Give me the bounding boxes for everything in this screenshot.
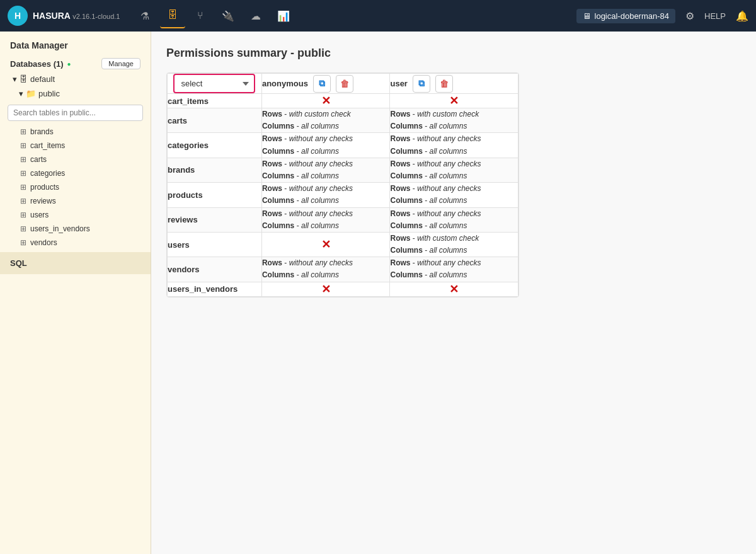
user-copy-button[interactable]: ⧉ bbox=[413, 75, 430, 93]
sidebar-item-users-in-vendors[interactable]: ⊞ users_in_vendors bbox=[0, 222, 151, 236]
sidebar-item-categories[interactable]: ⊞ categories bbox=[0, 166, 151, 180]
table-name-users_in_vendors: users_in_vendors bbox=[168, 282, 262, 296]
table-icon-cart-items: ⊞ bbox=[20, 141, 26, 150]
no-permission-icon: ✕ bbox=[390, 94, 518, 108]
nav-icon-chart[interactable]: 📊 bbox=[271, 3, 296, 28]
permission-details: Rows - without any checksColumns - all c… bbox=[262, 133, 390, 157]
cols-value: all columns bbox=[301, 171, 339, 180]
manage-button[interactable]: Manage bbox=[101, 58, 140, 69]
permission-details: Rows - without any checksColumns - all c… bbox=[390, 158, 518, 182]
sidebar-item-carts[interactable]: ⊞ carts bbox=[0, 153, 151, 166]
hasura-logo: H bbox=[8, 6, 28, 26]
cols-label: Columns bbox=[262, 196, 294, 205]
app-name-version: HASURA v2.16.1-cloud.1 bbox=[33, 11, 120, 21]
table-name-categories: categories bbox=[168, 133, 262, 158]
nav-icon-graph[interactable]: ⑂ bbox=[188, 3, 213, 28]
cols-value: all columns bbox=[429, 147, 467, 156]
no-permission-icon: ✕ bbox=[262, 282, 390, 296]
sidebar-item-reviews[interactable]: ⊞ reviews bbox=[0, 194, 151, 208]
rows-label: Rows bbox=[390, 134, 410, 143]
sidebar-item-products[interactable]: ⊞ products bbox=[0, 180, 151, 194]
sidebar-item-public[interactable]: ▾ 📁 public bbox=[0, 86, 151, 101]
databases-label: Databases (1) ● bbox=[10, 59, 71, 69]
sidebar-item-users[interactable]: ⊞ users bbox=[0, 208, 151, 222]
cols-value: all columns bbox=[429, 270, 467, 279]
table-icon-carts: ⊞ bbox=[20, 155, 26, 164]
rows-value: without any checks bbox=[417, 258, 481, 267]
x-icon: ✕ bbox=[321, 94, 331, 108]
rows-label: Rows bbox=[262, 209, 282, 218]
permission-details: Rows - with custom checkColumns - all co… bbox=[390, 108, 518, 132]
sidebar-item-vendors[interactable]: ⊞ vendors bbox=[0, 236, 151, 250]
sidebar-title: Data Manager bbox=[0, 32, 151, 55]
user-perm-products: Rows - without any checksColumns - all c… bbox=[390, 183, 518, 207]
search-input[interactable] bbox=[8, 105, 143, 121]
permission-details: Rows - without any checksColumns - all c… bbox=[262, 183, 390, 207]
app-version: v2.16.1-cloud.1 bbox=[72, 13, 120, 20]
folder-icon: 📁 bbox=[26, 89, 36, 98]
cols-label: Columns bbox=[390, 147, 422, 156]
rows-value: without any checks bbox=[417, 209, 481, 218]
nav-icon-plug[interactable]: 🔌 bbox=[215, 3, 241, 28]
cols-label: Columns bbox=[390, 221, 422, 230]
nav-icon-database[interactable]: 🗄 bbox=[160, 3, 185, 28]
anonymous-copy-button[interactable]: ⧉ bbox=[313, 75, 331, 93]
no-permission-icon: ✕ bbox=[262, 238, 390, 251]
table-name-vendors: vendors bbox=[30, 238, 57, 247]
user-perm-cart_items: ✕ bbox=[390, 94, 518, 108]
permission-details: Rows - without any checksColumns - all c… bbox=[390, 183, 518, 207]
table-row: productsRows - without any checksColumns… bbox=[168, 183, 518, 207]
operation-select[interactable]: select insert update delete bbox=[173, 74, 255, 93]
cols-value: all columns bbox=[301, 221, 339, 230]
permission-details: Rows - without any checksColumns - all c… bbox=[390, 257, 518, 281]
x-icon: ✕ bbox=[321, 238, 331, 251]
anon-perm-reviews: Rows - without any checksColumns - all c… bbox=[261, 207, 390, 232]
cols-value: all columns bbox=[429, 196, 467, 205]
cols-label: Columns bbox=[390, 196, 422, 205]
table-name-brands: brands bbox=[168, 158, 262, 182]
no-permission-icon: ✕ bbox=[262, 94, 390, 108]
nav-icon-flask[interactable]: ⚗ bbox=[132, 3, 158, 28]
table-name-products: products bbox=[30, 183, 59, 192]
rows-label: Rows bbox=[390, 234, 410, 243]
table-row: users✕Rows - with custom checkColumns - … bbox=[168, 232, 518, 257]
table-name-users-in-vendors: users_in_vendors bbox=[30, 224, 90, 233]
expand-icon: ▾ bbox=[13, 74, 17, 84]
anon-perm-users_in_vendors: ✕ bbox=[261, 282, 390, 296]
sidebar-item-cart-items[interactable]: ⊞ cart_items bbox=[0, 139, 151, 153]
rows-label: Rows bbox=[262, 184, 282, 193]
permission-details: Rows - with custom checkColumns - all co… bbox=[262, 108, 390, 132]
settings-icon[interactable]: ⚙ bbox=[685, 10, 694, 22]
cols-label: Columns bbox=[390, 270, 422, 279]
cols-value: all columns bbox=[301, 270, 339, 279]
table-name-cart-items: cart_items bbox=[30, 141, 65, 150]
user-delete-button[interactable]: 🗑 bbox=[435, 75, 453, 93]
sidebar-item-default[interactable]: ▾ 🗄 default bbox=[0, 72, 151, 86]
permissions-table: select insert update delete anonymous ⧉ … bbox=[167, 73, 518, 297]
help-label[interactable]: HELP bbox=[704, 11, 726, 21]
table-name-carts: carts bbox=[168, 108, 262, 133]
table-icon-users: ⊞ bbox=[20, 211, 26, 219]
table-icon-users-in-vendors: ⊞ bbox=[20, 224, 26, 233]
table-icon-categories: ⊞ bbox=[20, 169, 26, 178]
cols-label: Columns bbox=[262, 147, 294, 156]
sidebar-sql[interactable]: SQL bbox=[0, 252, 151, 274]
anon-perm-cart_items: ✕ bbox=[261, 94, 390, 108]
user-perm-reviews: Rows - without any checksColumns - all c… bbox=[390, 207, 518, 232]
app-name: HASURA bbox=[33, 11, 71, 21]
anonymous-delete-button[interactable]: 🗑 bbox=[336, 75, 353, 93]
rows-label: Rows bbox=[262, 110, 282, 118]
table-name-vendors: vendors bbox=[168, 257, 262, 282]
rows-label: Rows bbox=[390, 258, 410, 267]
notifications-icon[interactable]: 🔔 bbox=[736, 10, 748, 22]
cols-label: Columns bbox=[262, 221, 294, 230]
sidebar-item-brands[interactable]: ⊞ brands bbox=[0, 125, 151, 139]
rows-value: without any checks bbox=[417, 159, 481, 168]
rows-value: with custom check bbox=[417, 110, 479, 118]
nav-icon-cloud[interactable]: ☁ bbox=[243, 3, 268, 28]
rows-value: without any checks bbox=[289, 184, 353, 193]
user-perm-brands: Rows - without any checksColumns - all c… bbox=[390, 158, 518, 182]
permission-details: Rows - with custom checkColumns - all co… bbox=[390, 233, 518, 257]
table-name-categories: categories bbox=[30, 169, 65, 178]
cols-label: Columns bbox=[262, 122, 294, 130]
